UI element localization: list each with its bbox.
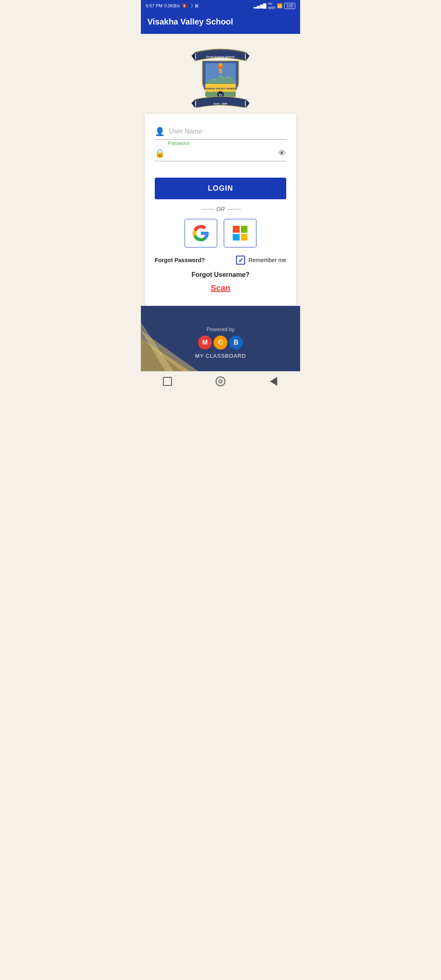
remember-me-label: Remember me <box>248 257 286 263</box>
bottom-row: Forgot Password? ✓ Remember me <box>155 256 286 265</box>
eye-toggle-icon[interactable]: 👁 <box>278 149 286 158</box>
status-left: 6:57 PM 0.0KB/s 🔇 ☽ ⊠ <box>146 3 198 9</box>
svg-text:Estd - 1968: Estd - 1968 <box>214 102 227 105</box>
microsoft-icon <box>233 226 247 241</box>
remember-me-checkbox[interactable]: ✓ <box>236 256 245 265</box>
logo-area: Dream Explore Achieve VISAKHA VALLEY SCH… <box>141 34 300 114</box>
time-display: 6:57 PM <box>146 3 163 8</box>
wifi-label: VoWiFi <box>268 2 275 10</box>
google-login-button[interactable] <box>185 219 217 247</box>
nav-bar <box>141 371 300 391</box>
footer-content: Powered by M C B MY CLASSBOARD <box>195 318 246 359</box>
password-field-wrapper: 🔒 👁 <box>155 148 286 161</box>
school-crest: Dream Explore Achieve VISAKHA VALLEY SCH… <box>188 42 253 107</box>
top-bar: Visakha Valley School <box>141 11 300 34</box>
forgot-username-link[interactable]: Forgot Username? <box>155 271 286 278</box>
or-divider: OR <box>155 206 286 212</box>
battery-icon: 100 <box>284 3 295 9</box>
wifi-icon: 📶 <box>277 3 283 9</box>
status-right: ▂▄▆█ VoWiFi 📶 100 <box>254 2 295 10</box>
or-text: OR <box>216 206 225 212</box>
nav-square-button[interactable] <box>162 376 173 387</box>
password-input[interactable] <box>169 148 278 158</box>
back-icon <box>270 377 277 386</box>
powered-by-text: Powered by <box>207 326 235 332</box>
brand-name: MY CLASSBOARD <box>195 353 246 359</box>
signal-strength-icon: ▂▄▆█ <box>254 3 267 9</box>
login-button[interactable]: LOGIN <box>155 178 286 199</box>
password-label: Password <box>168 140 189 146</box>
mcb-c-icon: C <box>214 336 227 350</box>
square-icon <box>163 377 172 386</box>
status-bar: 6:57 PM 0.0KB/s 🔇 ☽ ⊠ ▂▄▆█ VoWiFi 📶 100 <box>141 0 300 11</box>
scan-link[interactable]: Scan <box>155 283 286 293</box>
svg-point-4 <box>219 63 222 67</box>
circle-icon <box>216 376 225 386</box>
forgot-password-link[interactable]: Forgot Password? <box>155 257 205 263</box>
nav-home-button[interactable] <box>215 376 226 387</box>
nav-back-button[interactable] <box>268 376 279 387</box>
social-buttons <box>155 219 286 247</box>
svg-text:VISAKHA VALLEY SCHOOL: VISAKHA VALLEY SCHOOL <box>204 87 237 90</box>
mcb-logo: M C B <box>198 336 243 350</box>
mcb-m-icon: M <box>198 336 212 350</box>
mcb-b-icon: B <box>229 336 243 350</box>
app-title: Visakha Valley School <box>147 17 233 26</box>
moon-icon: ☽ <box>189 3 193 9</box>
circle-inner <box>218 379 223 383</box>
microsoft-login-button[interactable] <box>224 219 256 247</box>
data-speed: 0.0KB/s <box>164 3 180 8</box>
google-icon <box>193 225 209 241</box>
sync-icon: ⊠ <box>195 3 198 9</box>
footer-area: Powered by M C B MY CLASSBOARD <box>141 306 300 371</box>
username-input[interactable] <box>169 126 286 137</box>
checkbox-check: ✓ <box>238 256 243 264</box>
svg-text:Dream Explore Achieve: Dream Explore Achieve <box>206 55 235 58</box>
signal-mute-icon: 🔇 <box>182 3 187 9</box>
username-field-wrapper: 👤 <box>155 126 286 140</box>
user-icon: 👤 <box>155 127 165 136</box>
lock-icon: 🔒 <box>155 148 165 158</box>
remember-me-row: ✓ Remember me <box>236 256 286 265</box>
login-card: 👤 Password 🔒 👁 LOGIN OR <box>145 114 296 306</box>
